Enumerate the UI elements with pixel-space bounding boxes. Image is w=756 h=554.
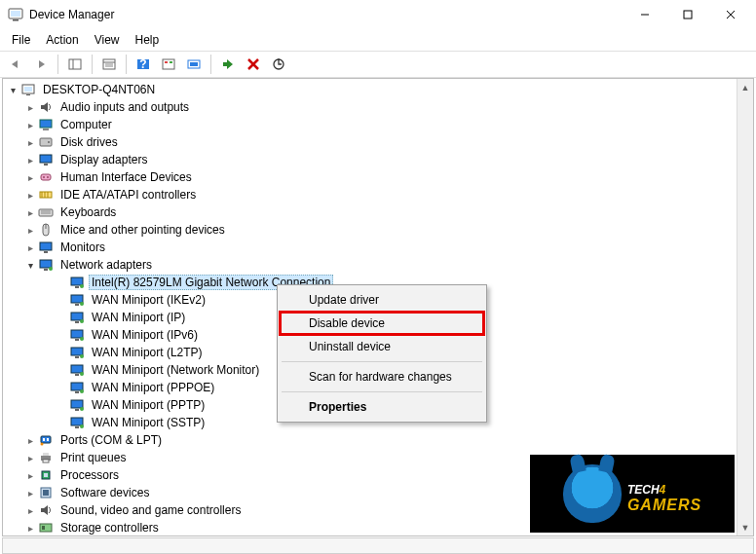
tree-node-root[interactable]: ▾DESKTOP-Q4NT06N (3, 81, 753, 98)
context-disable-device[interactable]: Disable device (280, 312, 484, 335)
context-properties[interactable]: Properties (280, 395, 484, 419)
chevron-right-icon[interactable]: ▸ (24, 241, 36, 253)
chevron-right-icon[interactable]: ▸ (24, 522, 36, 534)
back-button[interactable] (4, 53, 27, 76)
chevron-right-icon[interactable]: ▸ (24, 434, 36, 446)
properties-button[interactable] (97, 53, 121, 76)
tree-node-cat-6[interactable]: ▸Keyboards (3, 203, 753, 221)
tree-node-cat-9[interactable]: ▾Network adapters (3, 256, 753, 274)
svg-point-79 (41, 443, 44, 446)
context-uninstall-device[interactable]: Uninstall device (280, 335, 484, 358)
tree-node-label: WAN Miniport (PPPOE) (89, 380, 217, 395)
svg-rect-77 (43, 438, 45, 441)
update-driver-button[interactable] (267, 53, 290, 76)
netchild-icon (69, 327, 85, 343)
chevron-down-icon[interactable]: ▾ (7, 84, 19, 95)
tree-node-label: Disk drives (57, 134, 121, 150)
tree-node-label: IDE ATA/ATAPI controllers (57, 187, 199, 203)
root-icon (20, 82, 36, 97)
tree-node-label: Software devices (57, 485, 152, 500)
svg-point-63 (80, 354, 84, 358)
sound-icon (38, 502, 54, 518)
svg-rect-17 (170, 61, 172, 63)
tree-node-cat-3[interactable]: ▸Display adapters (3, 151, 753, 168)
chevron-right-icon[interactable]: ▸ (24, 171, 36, 183)
svg-rect-67 (71, 383, 83, 390)
scroll-up-arrow[interactable]: ▲ (737, 79, 753, 95)
svg-rect-50 (75, 286, 79, 288)
tree-node-cat-8[interactable]: ▸Monitors (3, 239, 753, 256)
scroll-down-arrow[interactable]: ▼ (737, 519, 753, 536)
ide-icon (38, 187, 54, 203)
chevron-right-icon[interactable]: ▸ (24, 119, 36, 130)
tree-node-label: Network adapters (57, 257, 155, 273)
action-center-button[interactable] (157, 53, 180, 76)
svg-rect-19 (190, 62, 198, 66)
tree-node-label: WAN Miniport (SSTP) (89, 415, 208, 430)
svg-rect-82 (43, 460, 49, 462)
svg-point-60 (80, 337, 84, 341)
forward-button[interactable] (29, 53, 53, 76)
svg-rect-55 (71, 313, 83, 320)
menu-help[interactable]: Help (128, 31, 168, 49)
minimize-button[interactable] (624, 0, 666, 29)
show-hide-console-tree-button[interactable] (63, 53, 87, 76)
close-button[interactable] (709, 0, 752, 29)
help-button[interactable]: ? (132, 53, 155, 76)
svg-point-33 (43, 176, 45, 178)
tree-node-label: WAN Miniport (IP) (89, 310, 188, 325)
svg-rect-2 (13, 19, 19, 21)
netchild-icon (69, 362, 85, 378)
watermark-logo: TECH4 GAMERS (530, 455, 735, 533)
tree-node-cat-10[interactable]: ▸Ports (COM & LPT) (3, 431, 753, 449)
tree-node-cat-7[interactable]: ▸Mice and other pointing devices (3, 221, 753, 239)
enable-device-button[interactable] (216, 53, 240, 76)
menu-file[interactable]: File (4, 31, 38, 49)
menu-view[interactable]: View (87, 31, 128, 49)
chevron-right-icon[interactable]: ▸ (24, 206, 36, 218)
svg-rect-58 (71, 330, 83, 338)
network-icon (38, 257, 54, 273)
chevron-right-icon[interactable]: ▸ (24, 452, 36, 463)
chevron-right-icon[interactable]: ▸ (24, 101, 36, 113)
menu-action[interactable]: Action (38, 31, 86, 49)
tree-node-label: Monitors (57, 240, 108, 255)
svg-point-57 (80, 319, 84, 323)
chevron-right-icon[interactable]: ▸ (24, 469, 36, 481)
tree-node-cat-0[interactable]: ▸Audio inputs and outputs (3, 98, 753, 116)
scan-hardware-button[interactable] (182, 53, 206, 76)
chevron-right-icon[interactable]: ▸ (24, 154, 36, 166)
svg-rect-70 (71, 400, 83, 408)
context-separator (282, 391, 482, 392)
svg-rect-25 (26, 94, 30, 95)
context-scan-hardware[interactable]: Scan for hardware changes (280, 365, 484, 388)
tree-node-cat-5[interactable]: ▸IDE ATA/ATAPI controllers (3, 186, 753, 203)
tree-node-cat-2[interactable]: ▸Disk drives (3, 133, 753, 151)
context-menu: Update driver Disable device Uninstall d… (277, 284, 487, 423)
chevron-right-icon[interactable]: ▸ (24, 189, 36, 201)
chevron-down-icon[interactable]: ▾ (24, 259, 36, 271)
vertical-scrollbar[interactable]: ▲ ▼ (737, 79, 753, 536)
svg-rect-88 (42, 526, 45, 530)
svg-rect-44 (40, 242, 52, 250)
netchild-icon (69, 345, 85, 360)
maximize-button[interactable] (666, 0, 709, 29)
tree-node-label: Storage controllers (57, 520, 162, 536)
svg-rect-87 (40, 524, 52, 532)
tree-node-label: Mice and other pointing devices (57, 222, 228, 238)
chevron-right-icon[interactable]: ▸ (24, 504, 36, 516)
cpu-icon (38, 467, 54, 483)
svg-rect-62 (75, 356, 79, 358)
expander-none (56, 294, 67, 306)
context-update-driver[interactable]: Update driver (280, 288, 484, 312)
svg-point-72 (80, 407, 84, 411)
svg-point-48 (49, 267, 53, 271)
chevron-right-icon[interactable]: ▸ (24, 224, 36, 236)
tree-node-cat-1[interactable]: ▸Computer (3, 116, 753, 133)
svg-rect-15 (163, 59, 174, 69)
chevron-right-icon[interactable]: ▸ (24, 136, 36, 148)
uninstall-device-button[interactable] (242, 53, 265, 76)
tree-node-cat-4[interactable]: ▸Human Interface Devices (3, 168, 753, 186)
expander-none (56, 312, 67, 323)
chevron-right-icon[interactable]: ▸ (24, 487, 36, 499)
